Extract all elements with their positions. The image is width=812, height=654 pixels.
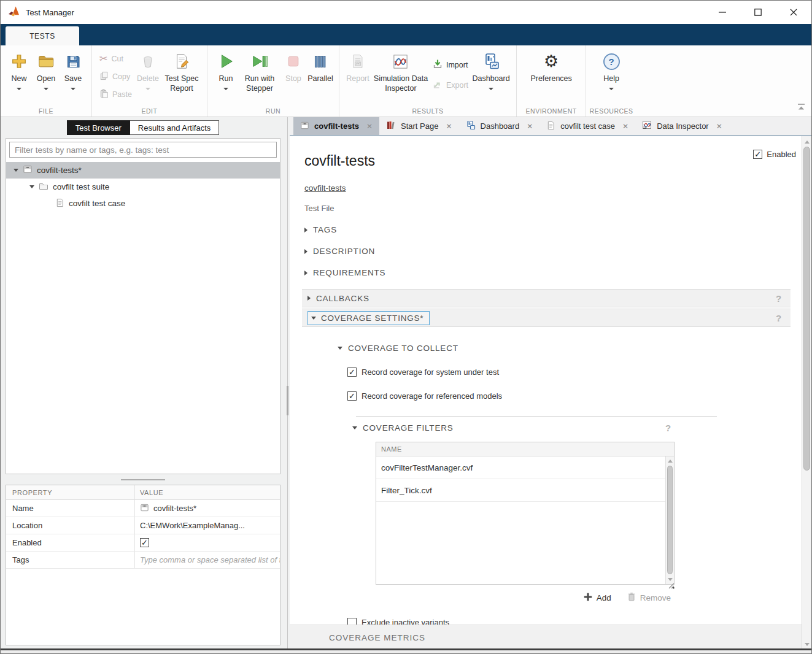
help-icon[interactable]: ? xyxy=(665,423,671,433)
data-inspector-icon xyxy=(642,120,652,132)
run-icon xyxy=(217,50,234,72)
delete-button[interactable]: Delete xyxy=(134,48,161,90)
minimize-button[interactable] xyxy=(705,1,740,24)
group-file: New Open xyxy=(1,45,92,117)
dashboard-button[interactable]: Dashboard xyxy=(471,48,511,90)
record-sut-checkbox[interactable] xyxy=(347,367,357,377)
simulation-data-inspector-icon xyxy=(392,50,409,72)
add-filter-button[interactable]: Add xyxy=(584,593,611,603)
save-button[interactable]: Save xyxy=(60,48,87,90)
doc-tab-covfilt-tests[interactable]: covfilt-tests ✕ xyxy=(293,117,379,135)
import-button[interactable]: Import xyxy=(430,57,471,72)
help-icon[interactable]: ? xyxy=(776,293,782,304)
tab-tests[interactable]: TESTS xyxy=(6,26,79,45)
paste-button[interactable]: Paste xyxy=(97,87,134,102)
import-export-stack: Import Export xyxy=(430,48,471,93)
table-row[interactable]: Filter_Tick.cvf xyxy=(376,479,665,502)
doc-tab-start-page[interactable]: Start Page ✕ xyxy=(379,117,459,135)
simulation-data-inspector-button[interactable]: Simulation Data Inspector xyxy=(371,48,430,93)
scroll-up-icon[interactable] xyxy=(666,457,674,465)
splitter-handle[interactable] xyxy=(287,386,288,415)
close-icon[interactable]: ✕ xyxy=(527,122,533,131)
import-icon xyxy=(433,59,443,71)
section-callbacks[interactable]: CALLBACKS ? xyxy=(302,289,791,307)
enabled-checkbox[interactable] xyxy=(140,538,149,547)
content-scrollbar[interactable] xyxy=(802,136,811,650)
test-spec-report-button[interactable]: Test Spec Report xyxy=(161,48,202,93)
cut-button[interactable]: ✂ Cut xyxy=(97,51,134,66)
section-coverage-settings[interactable]: COVERAGE SETTINGS* ? xyxy=(302,309,791,327)
section-divider xyxy=(356,417,717,417)
group-resources: ? Help RESOURCES xyxy=(586,45,636,117)
run-button[interactable]: Run xyxy=(212,48,239,90)
record-coverage-sut-option: Record coverage for system under test xyxy=(347,367,777,377)
tab-test-browser[interactable]: Test Browser xyxy=(67,120,130,135)
document-icon xyxy=(55,198,64,209)
collapse-ribbon-button[interactable] xyxy=(797,102,805,113)
table-row: Name covfilt-tests* xyxy=(6,500,280,517)
resize-grip-icon[interactable] xyxy=(668,580,675,591)
section-coverage-metrics[interactable]: COVERAGE METRICS xyxy=(290,625,802,650)
name-value: covfilt-tests* xyxy=(153,504,196,513)
doc-tab-data-inspector[interactable]: Data Inspector ✕ xyxy=(635,117,729,135)
help-button[interactable]: ? Help xyxy=(591,48,632,90)
ribbon-tab-band: TESTS xyxy=(1,24,811,45)
close-icon[interactable]: ✕ xyxy=(622,122,628,131)
test-file-link[interactable]: covfilt-tests xyxy=(304,183,346,193)
report-button[interactable]: Report xyxy=(344,48,371,84)
scrollbar-thumb[interactable] xyxy=(667,466,673,574)
help-icon[interactable]: ? xyxy=(776,313,782,323)
run-with-stepper-button[interactable]: Run with Stepper xyxy=(239,48,280,93)
close-button[interactable] xyxy=(776,1,811,24)
export-button[interactable]: Export xyxy=(430,77,471,93)
expander-down-icon[interactable] xyxy=(14,169,18,172)
tags-input[interactable] xyxy=(140,555,280,564)
browser-tab-switch: Test Browser Results and Artifacts xyxy=(1,117,285,138)
scroll-up-icon[interactable] xyxy=(802,137,811,146)
open-button[interactable]: Open xyxy=(33,48,60,90)
expander-down-icon xyxy=(338,347,342,350)
preferences-button[interactable]: ⚙ Preferences xyxy=(522,48,581,84)
vertical-splitter[interactable] xyxy=(285,117,290,650)
chevron-down-icon xyxy=(609,88,614,90)
document-icon xyxy=(546,121,555,132)
table-row: Enabled xyxy=(6,534,280,552)
expander-down-icon[interactable] xyxy=(29,185,34,188)
horizontal-splitter[interactable] xyxy=(1,474,285,485)
tree-item-test-case[interactable]: covfilt test case xyxy=(6,195,280,212)
tree-item-test-file[interactable]: covfilt-tests* xyxy=(6,162,280,179)
tree-item-test-suite[interactable]: covfilt test suite xyxy=(6,179,280,195)
enabled-checkbox[interactable] xyxy=(753,150,762,159)
copy-button[interactable]: Copy xyxy=(97,69,134,84)
section-requirements[interactable]: REQUIREMENTS xyxy=(304,268,777,277)
test-tree: covfilt-tests* covfilt test suite cov xyxy=(6,162,280,212)
close-icon[interactable]: ✕ xyxy=(366,122,373,131)
section-description[interactable]: DESCRIPTION xyxy=(304,247,777,256)
close-icon[interactable]: ✕ xyxy=(446,122,452,131)
close-icon[interactable]: ✕ xyxy=(716,122,722,131)
filter-tests-input[interactable] xyxy=(9,142,277,158)
doc-tab-covfilt-test-case[interactable]: covfilt test case ✕ xyxy=(539,117,635,135)
new-button[interactable]: New xyxy=(6,48,33,90)
scrollbar-thumb[interactable] xyxy=(803,147,810,471)
table-row[interactable]: covFilterTestManager.cvf xyxy=(376,456,665,479)
header-property: PROPERTY xyxy=(6,485,135,499)
property-panel: PROPERTY VALUE Name covfilt-tests* Locat… xyxy=(6,485,280,645)
filters-table-scrollbar[interactable] xyxy=(665,456,674,584)
file-type-label: Test File xyxy=(304,204,777,213)
splitter-handle[interactable] xyxy=(121,479,165,480)
scroll-down-icon[interactable] xyxy=(802,640,811,648)
parallel-icon xyxy=(312,50,328,72)
record-ref-models-checkbox[interactable] xyxy=(347,391,357,401)
section-tags[interactable]: TAGS xyxy=(304,225,777,234)
coverage-filters-table: NAME covFilterTestManager.cvf Filter_Tic… xyxy=(376,442,675,585)
stop-button[interactable]: Stop xyxy=(280,48,307,84)
parallel-button[interactable]: Parallel xyxy=(307,48,334,84)
coverage-to-collect-header[interactable]: COVERAGE TO COLLECT xyxy=(338,344,777,353)
tab-results-and-artifacts[interactable]: Results and Artifacts xyxy=(130,120,220,135)
page-title: covfilt-tests xyxy=(304,153,777,169)
coverage-filters-header[interactable]: COVERAGE FILTERS ? xyxy=(352,423,671,433)
doc-tab-dashboard[interactable]: Dashboard ✕ xyxy=(459,117,540,135)
maximize-button[interactable] xyxy=(740,1,776,24)
remove-filter-button[interactable]: Remove xyxy=(627,592,671,603)
